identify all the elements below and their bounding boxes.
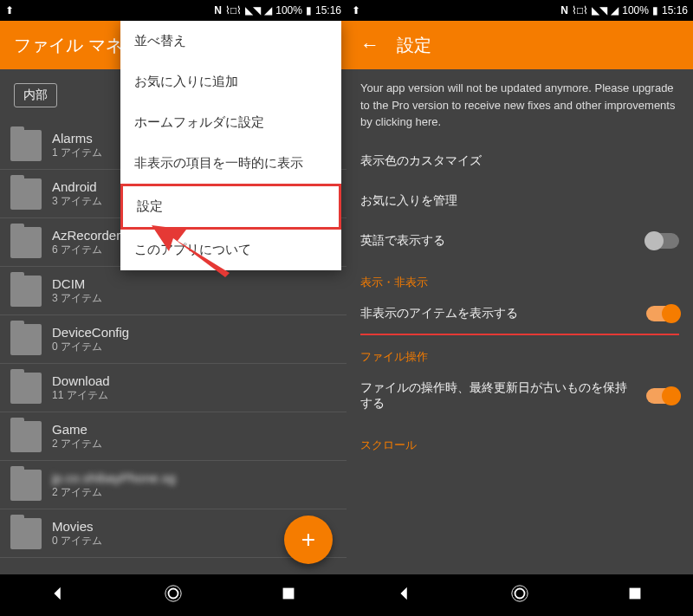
upload-icon: ⬆ xyxy=(352,4,360,16)
file-name: Game xyxy=(52,422,102,437)
overflow-menu: 並べ替えお気に入りに追加ホームフォルダに設定非表示の項目を一時的に表示設定このア… xyxy=(120,21,341,270)
pref-manage-favorites[interactable]: お気に入りを管理 xyxy=(346,181,693,221)
folder-icon xyxy=(10,130,42,161)
nav-bar xyxy=(0,574,346,616)
svg-point-3 xyxy=(515,589,524,599)
vibrate-icon: ⌇□⌇ xyxy=(225,4,242,16)
nfc-icon: N xyxy=(214,4,222,16)
nfc-icon: N xyxy=(560,4,568,16)
folder-icon xyxy=(10,518,42,549)
category-file-ops: ファイル操作 xyxy=(346,335,693,368)
nav-recent-icon[interactable] xyxy=(279,584,298,606)
file-subtitle: 1 アイテム xyxy=(52,146,102,160)
svg-point-1 xyxy=(165,586,181,601)
pref-keep-modified[interactable]: ファイルの操作時、最終更新日が古いものを保持する xyxy=(346,368,693,424)
svg-rect-5 xyxy=(630,588,641,600)
nav-bar xyxy=(346,574,693,616)
svg-point-0 xyxy=(168,589,178,599)
folder-icon xyxy=(10,421,42,452)
battery-text: 100% xyxy=(622,4,649,16)
switch-show-hidden[interactable] xyxy=(646,306,679,321)
nav-home-icon[interactable] xyxy=(164,584,183,606)
folder-icon xyxy=(10,178,42,210)
file-subtitle: 0 アイテム xyxy=(52,340,129,354)
file-item[interactable]: Game2 アイテム xyxy=(0,412,346,461)
nav-back-icon[interactable] xyxy=(49,584,68,606)
file-subtitle: 2 アイテム xyxy=(52,485,176,500)
file-name: jp.co.shibayPhone.sg xyxy=(52,470,176,485)
file-name: Android xyxy=(52,179,102,194)
category-scroll: スクロール xyxy=(346,424,693,457)
file-name: DCIM xyxy=(52,276,102,291)
status-bar: ⬆ N ⌇□⌇ ◣◥ ◢ 100% ▮ 15:16 xyxy=(0,0,346,21)
storage-chip[interactable]: 内部 xyxy=(14,83,57,107)
settings-title: 設定 xyxy=(397,34,431,57)
clock: 15:16 xyxy=(315,4,341,16)
file-subtitle: 2 アイテム xyxy=(52,437,102,451)
menu-item-1[interactable]: お気に入りに追加 xyxy=(120,62,341,102)
phone-left: ⬆ N ⌇□⌇ ◣◥ ◢ 100% ▮ 15:16 ファイル マネージャー 内部… xyxy=(0,0,346,616)
phone-right: ⬆ N ⌇□⌇ ◣◥ ◢ 100% ▮ 15:16 ← 設定 Your app … xyxy=(346,0,693,616)
file-item[interactable]: DeviceConfig0 アイテム xyxy=(0,315,346,364)
fab-add[interactable]: + xyxy=(284,515,333,564)
pref-customize-colors[interactable]: 表示色のカスタマイズ xyxy=(346,141,693,181)
pref-show-hidden[interactable]: 非表示のアイテムを表示する xyxy=(346,294,693,334)
file-subtitle: 11 アイテム xyxy=(52,388,110,403)
upload-icon: ⬆ xyxy=(5,4,14,16)
file-item[interactable]: DCIM3 アイテム xyxy=(0,267,346,315)
file-name: Movies xyxy=(52,519,102,534)
signal-icon: ◢ xyxy=(264,4,272,16)
upgrade-notice[interactable]: Your app version will not be updated any… xyxy=(346,69,693,141)
file-name: Alarms xyxy=(52,131,102,146)
category-visibility: 表示・非表示 xyxy=(346,261,693,294)
folder-icon xyxy=(10,470,42,501)
pref-use-english[interactable]: 英語で表示する xyxy=(346,221,693,261)
nav-back-icon[interactable] xyxy=(395,584,414,606)
menu-item-0[interactable]: 並べ替え xyxy=(120,21,341,62)
clock: 15:16 xyxy=(662,4,688,16)
menu-item-3[interactable]: 非表示の項目を一時的に表示 xyxy=(120,143,341,184)
vibrate-icon: ⌇□⌇ xyxy=(572,4,588,16)
file-item[interactable]: Download11 アイテム xyxy=(0,364,346,412)
battery-text: 100% xyxy=(275,4,302,16)
wifi-icon: ◣◥ xyxy=(245,4,261,16)
folder-icon xyxy=(10,276,42,307)
nav-recent-icon[interactable] xyxy=(625,584,644,606)
file-item[interactable]: jp.co.shibayPhone.sg2 アイテム xyxy=(0,461,346,509)
menu-item-2[interactable]: ホームフォルダに設定 xyxy=(120,102,341,143)
settings-content: Your app version will not be updated any… xyxy=(346,69,693,574)
battery-icon: ▮ xyxy=(306,4,312,16)
folder-icon xyxy=(10,373,42,404)
file-name: Download xyxy=(52,373,110,388)
switch-english[interactable] xyxy=(646,233,679,249)
menu-item-5[interactable]: このアプリについて xyxy=(120,230,341,270)
wifi-icon: ◣◥ xyxy=(592,4,607,16)
file-subtitle: 3 アイテム xyxy=(52,291,102,306)
status-bar: ⬆ N ⌇□⌇ ◣◥ ◢ 100% ▮ 15:16 xyxy=(346,0,693,21)
settings-app-bar: ← 設定 xyxy=(346,21,693,69)
nav-home-icon[interactable] xyxy=(510,584,529,606)
file-subtitle: 0 アイテム xyxy=(52,534,102,548)
file-name: DeviceConfig xyxy=(52,325,129,340)
back-arrow-icon[interactable]: ← xyxy=(360,34,379,56)
file-subtitle: 3 アイテム xyxy=(52,194,102,209)
folder-icon xyxy=(10,324,42,355)
switch-keep-modified[interactable] xyxy=(646,388,679,404)
svg-rect-2 xyxy=(283,588,295,600)
svg-point-4 xyxy=(512,586,528,601)
folder-icon xyxy=(10,227,42,258)
signal-icon: ◢ xyxy=(611,4,619,16)
menu-item-4[interactable]: 設定 xyxy=(120,184,341,230)
battery-icon: ▮ xyxy=(652,4,658,16)
